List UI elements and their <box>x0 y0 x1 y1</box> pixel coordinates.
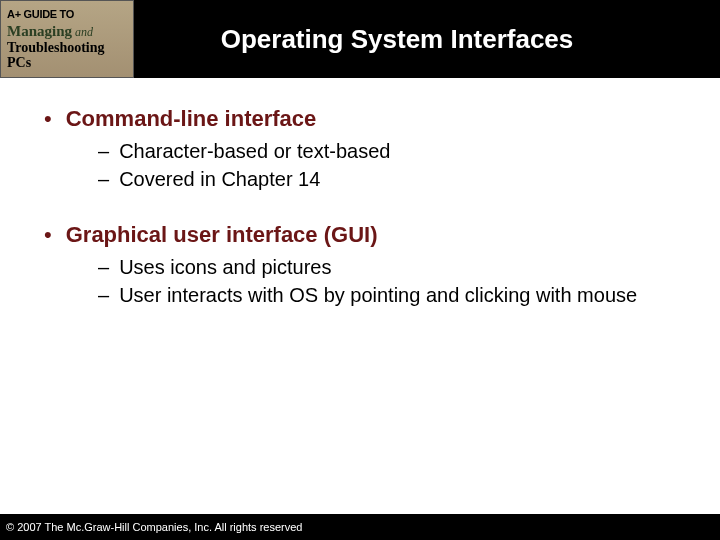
title-container: Operating System Interfaces <box>134 0 720 78</box>
bullet-icon: • <box>44 224 52 246</box>
logo-line2: Troubleshooting PCs <box>7 40 127 70</box>
sub-item: – Covered in Chapter 14 <box>98 166 700 192</box>
bullet-heading: Graphical user interface (GUI) <box>66 222 378 248</box>
sub-list: – Uses icons and pictures – User interac… <box>98 254 700 308</box>
sub-list: – Character-based or text-based – Covere… <box>98 138 700 192</box>
book-logo: A+ GUIDE TO Managing and Troubleshooting… <box>0 0 134 78</box>
sub-text: User interacts with OS by pointing and c… <box>119 282 637 308</box>
dash-icon: – <box>98 282 109 308</box>
dash-icon: – <box>98 138 109 164</box>
dash-icon: – <box>98 254 109 280</box>
sub-text: Uses icons and pictures <box>119 254 331 280</box>
dash-icon: – <box>98 166 109 192</box>
sub-text: Character-based or text-based <box>119 138 390 164</box>
bullet-heading: Command-line interface <box>66 106 317 132</box>
bullet-item: • Command-line interface <box>44 106 700 132</box>
sub-item: – Character-based or text-based <box>98 138 700 164</box>
logo-and: and <box>72 25 93 39</box>
slide-footer: © 2007 The Mc.Graw-Hill Companies, Inc. … <box>0 514 720 540</box>
sub-text: Covered in Chapter 14 <box>119 166 320 192</box>
logo-top-text: A+ GUIDE TO <box>7 8 127 20</box>
copyright-text: © 2007 The Mc.Graw-Hill Companies, Inc. … <box>6 521 302 533</box>
slide-content: • Command-line interface – Character-bas… <box>0 78 720 308</box>
bullet-item: • Graphical user interface (GUI) <box>44 222 700 248</box>
bullet-icon: • <box>44 108 52 130</box>
logo-line1: Managing and <box>7 22 127 40</box>
slide-header: A+ GUIDE TO Managing and Troubleshooting… <box>0 0 720 78</box>
slide-title: Operating System Interfaces <box>221 24 574 55</box>
sub-item: – Uses icons and pictures <box>98 254 700 280</box>
sub-item: – User interacts with OS by pointing and… <box>98 282 700 308</box>
logo-managing: Managing <box>7 23 72 39</box>
